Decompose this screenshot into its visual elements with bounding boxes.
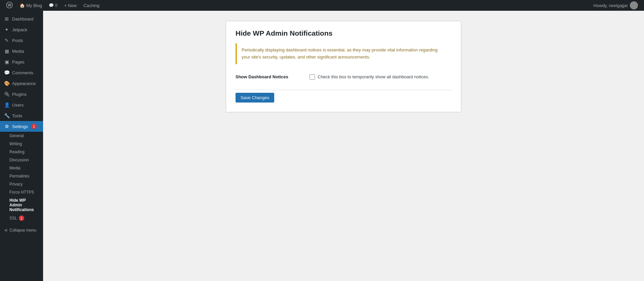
- submenu-item-general[interactable]: General: [0, 132, 43, 140]
- settings-submenu: General Writing Reading Discussion Media…: [0, 132, 43, 223]
- media-icon: ▦: [4, 48, 9, 54]
- submenu-general-label: General: [9, 133, 24, 138]
- wp-logo-item[interactable]: W: [3, 0, 16, 11]
- sidebar-item-tools[interactable]: 🔧 Tools: [0, 110, 43, 121]
- sidebar-item-media-label: Media: [12, 49, 24, 54]
- home-icon: 🏠: [20, 3, 25, 8]
- my-blog-item[interactable]: 🏠 My Blog: [16, 0, 45, 11]
- user-avatar: [630, 1, 638, 9]
- sidebar-item-comments[interactable]: 💬 Comments: [0, 67, 43, 78]
- sidebar-item-settings-label: Settings: [12, 124, 28, 129]
- howdy-item[interactable]: Howdy, neelgajjar: [590, 1, 641, 9]
- submenu-item-reading[interactable]: Reading: [0, 148, 43, 156]
- show-dashboard-notices-checkbox[interactable]: [310, 74, 315, 80]
- submenu-item-discussion[interactable]: Discussion: [0, 156, 43, 164]
- howdy-label: Howdy, neelgajjar: [594, 3, 628, 8]
- submenu-media-label: Media: [9, 166, 21, 170]
- caching-label: Caching: [83, 3, 100, 8]
- settings-form-table: Show Dashboard Notices Check this box to…: [236, 71, 452, 83]
- submenu-item-media[interactable]: Media: [0, 164, 43, 172]
- sidebar-item-comments-label: Comments: [12, 70, 33, 75]
- sidebar-item-jetpack-label: Jetpack: [12, 27, 27, 32]
- sidebar-item-plugins-label: Plugins: [12, 92, 27, 97]
- sidebar-item-dashboard-label: Dashboard: [12, 16, 34, 22]
- submenu-permalinks-label: Permalinks: [9, 174, 29, 178]
- jetpack-icon: ✦: [4, 27, 9, 32]
- sidebar-item-pages-label: Pages: [12, 59, 25, 65]
- sidebar-item-tools-label: Tools: [12, 113, 22, 118]
- submenu-reading-label: Reading: [9, 150, 25, 154]
- sidebar-item-media[interactable]: ▦ Media: [0, 46, 43, 56]
- notice-text: Periodically displaying dashboard notice…: [242, 47, 447, 61]
- tools-icon: 🔧: [4, 113, 9, 118]
- collapse-menu-button[interactable]: ⊲ Collapse menu: [0, 225, 43, 235]
- submenu-item-ssl[interactable]: SSL 1: [0, 214, 43, 223]
- plugins-icon: 🔌: [4, 91, 9, 97]
- comments-menu-icon: 💬: [4, 70, 9, 75]
- submenu-privacy-label: Privacy: [9, 182, 23, 187]
- sidebar-item-jetpack[interactable]: ✦ Jetpack: [0, 24, 43, 35]
- dashboard-icon: ⊞: [4, 16, 9, 22]
- comments-item[interactable]: 💬 0: [45, 0, 61, 11]
- submenu-item-force-https[interactable]: Force HTTPS: [0, 188, 43, 196]
- checkbox-row: Check this box to temporarily show all d…: [310, 74, 452, 80]
- comments-count: 0: [55, 3, 58, 8]
- users-icon: 👤: [4, 102, 9, 108]
- save-changes-button[interactable]: Save Changes: [236, 93, 274, 103]
- submenu-writing-label: Writing: [9, 142, 22, 146]
- main-content: Hide WP Admin Notifications Periodically…: [43, 11, 644, 281]
- ssl-badge: 1: [19, 215, 24, 221]
- sidebar: ⊞ Dashboard ✦ Jetpack ✎ Posts ▦ Media ▣ …: [0, 11, 43, 281]
- collapse-icon: ⊲: [4, 228, 7, 233]
- collapse-menu-label: Collapse menu: [9, 228, 36, 233]
- sidebar-item-pages[interactable]: ▣ Pages: [0, 56, 43, 67]
- settings-card: Hide WP Admin Notifications Periodically…: [226, 21, 461, 112]
- sidebar-item-plugins[interactable]: 🔌 Plugins: [0, 89, 43, 99]
- submenu-ssl-label: SSL: [9, 216, 17, 220]
- submenu-item-writing[interactable]: Writing: [0, 140, 43, 148]
- svg-text:W: W: [8, 3, 11, 7]
- comment-icon: 💬: [49, 3, 54, 8]
- new-label: + New: [64, 3, 77, 8]
- sidebar-item-posts-label: Posts: [12, 38, 23, 43]
- settings-badge: 1: [31, 124, 37, 129]
- sidebar-item-dashboard[interactable]: ⊞ Dashboard: [0, 13, 43, 24]
- pages-icon: ▣: [4, 59, 9, 65]
- submenu-item-privacy[interactable]: Privacy: [0, 180, 43, 188]
- submenu-hide-wp-admin-label: Hide WP Admin Notifications: [9, 198, 34, 212]
- posts-icon: ✎: [4, 38, 9, 43]
- sidebar-item-users-label: Users: [12, 103, 24, 108]
- sidebar-item-users[interactable]: 👤 Users: [0, 99, 43, 110]
- notice-warning: Periodically displaying dashboard notice…: [236, 43, 452, 64]
- sidebar-item-appearance-label: Appearance: [12, 81, 36, 86]
- wp-logo-icon: W: [6, 2, 13, 9]
- appearance-icon: 🎨: [4, 81, 9, 86]
- form-divider: [236, 90, 452, 90]
- submenu-item-permalinks[interactable]: Permalinks: [0, 172, 43, 180]
- page-title: Hide WP Admin Notifications: [236, 29, 452, 37]
- submenu-discussion-label: Discussion: [9, 158, 29, 162]
- sidebar-item-posts[interactable]: ✎ Posts: [0, 35, 43, 46]
- show-dashboard-notices-label: Show Dashboard Notices: [236, 74, 288, 79]
- new-item[interactable]: + New: [61, 0, 80, 11]
- settings-icon: ⚙: [4, 124, 9, 129]
- checkbox-label: Check this box to temporarily show all d…: [318, 74, 429, 79]
- my-blog-label: My Blog: [26, 3, 42, 8]
- sidebar-item-appearance[interactable]: 🎨 Appearance: [0, 78, 43, 89]
- submenu-item-hide-wp-admin[interactable]: Hide WP Admin Notifications: [0, 196, 43, 214]
- sidebar-item-settings[interactable]: ⚙ Settings 1: [0, 121, 43, 132]
- submenu-force-https-label: Force HTTPS: [9, 190, 34, 195]
- admin-bar: W 🏠 My Blog 💬 0 + New Caching Howdy, nee…: [0, 0, 644, 11]
- caching-item[interactable]: Caching: [80, 0, 103, 11]
